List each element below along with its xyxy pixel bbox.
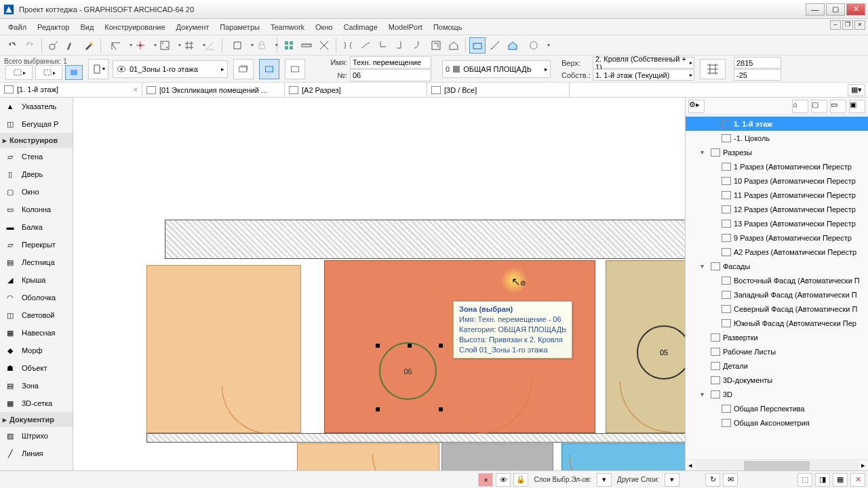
- link-stories-button[interactable]: [700, 59, 726, 79]
- status-btn-a[interactable]: ⬚: [797, 473, 812, 487]
- menu-file[interactable]: Файл: [3, 21, 32, 33]
- tool-roof[interactable]: ◢Крыша: [0, 271, 73, 289]
- mdi-close[interactable]: ×: [854, 20, 865, 30]
- nav-layout-button[interactable]: ▭: [830, 100, 846, 113]
- nav-node[interactable]: 12 Разрез (Автоматически Перестр: [686, 202, 868, 216]
- pickup-button[interactable]: [45, 37, 62, 54]
- tab-close-button[interactable]: ×: [134, 85, 138, 94]
- nav-node[interactable]: -1. Цоколь: [686, 131, 868, 145]
- tool-marquee[interactable]: ◫Бегущая Р: [0, 115, 73, 133]
- trim-button[interactable]: [316, 37, 332, 54]
- dim-bottom-input[interactable]: [734, 69, 781, 81]
- redo-button[interactable]: [22, 37, 38, 54]
- nav-node[interactable]: Детали: [686, 359, 868, 373]
- nav-node[interactable]: Восточный Фасад (Автоматически П: [686, 273, 868, 287]
- tool-curtain[interactable]: ▦Навесная: [0, 324, 73, 342]
- nav-project-map-button[interactable]: ⌂: [792, 100, 808, 113]
- nav-node[interactable]: Общая Аксонометрия: [686, 415, 868, 430]
- toolbox-cat-document[interactable]: ▸Документир: [0, 412, 73, 427]
- menu-document[interactable]: Документ: [171, 21, 215, 33]
- tool-mesh[interactable]: ▦3D-сетка: [0, 394, 73, 412]
- maximize-button[interactable]: ▢: [826, 3, 845, 16]
- undo-button[interactable]: [4, 37, 20, 54]
- show-hide-button[interactable]: [281, 37, 297, 54]
- tool-shell[interactable]: ◠Оболочка: [0, 289, 73, 306]
- menu-construction[interactable]: Конструирование: [99, 21, 170, 33]
- menu-view[interactable]: Вид: [75, 21, 99, 33]
- nav-publisher-button[interactable]: ▣: [849, 100, 865, 113]
- mdi-restore[interactable]: ❐: [842, 20, 853, 30]
- category-combo[interactable]: 0 ОБЩАЯ ПЛОЩАДЬ ▸: [442, 60, 551, 78]
- wall-element[interactable]: [165, 220, 685, 259]
- edit-plane-button[interactable]: [469, 37, 486, 54]
- minimize-button[interactable]: —: [806, 3, 825, 16]
- element-info-button[interactable]: [505, 37, 521, 54]
- menu-modelport[interactable]: ModelPort: [383, 21, 428, 33]
- measure-button[interactable]: [487, 37, 503, 54]
- home-button[interactable]: [446, 37, 462, 54]
- status-btn-b[interactable]: ◨: [815, 473, 830, 487]
- menu-parameters[interactable]: Параметры: [214, 21, 265, 33]
- snap-button[interactable]: ▾: [129, 37, 152, 54]
- 3d-button[interactable]: ▾: [522, 37, 545, 54]
- name-input[interactable]: [350, 56, 431, 68]
- nav-node[interactable]: 11 Разрез (Автоматически Перестр: [686, 188, 868, 202]
- tool-beam[interactable]: ▬Балка: [0, 218, 73, 236]
- status-layer-sel-btn[interactable]: ▾: [597, 473, 612, 487]
- tab-section[interactable]: [A2 Разрез]: [285, 83, 427, 97]
- zone-07[interactable]: 07: [561, 443, 685, 470]
- menu-editor[interactable]: Редактор: [32, 21, 75, 33]
- navigator-tree[interactable]: 1. 1-й этаж-1. Цоколь▾Разрезы1 Разрез (А…: [686, 115, 868, 460]
- tab-overview-button[interactable]: ▦▾: [848, 84, 865, 96]
- selection-mode-3[interactable]: [65, 65, 83, 80]
- status-messages-button[interactable]: ✉: [723, 473, 738, 487]
- nav-view-map-button[interactable]: ▢: [811, 100, 827, 113]
- tool-pointer[interactable]: ▲Указатель: [0, 98, 73, 115]
- toolbox-cat-construction[interactable]: ▸Конструиров: [0, 133, 73, 148]
- nav-node[interactable]: Рабочие Листы: [686, 344, 868, 359]
- geometry-mode-2[interactable]: [259, 59, 279, 79]
- selection-mode-1[interactable]: ▸: [5, 65, 33, 80]
- menu-help[interactable]: Помощь: [428, 21, 468, 33]
- drawing-canvas[interactable]: 06 05 07 ↖⊘: [73, 98, 685, 470]
- guides-button[interactable]: ▾: [104, 37, 127, 54]
- dim-top-input[interactable]: [734, 57, 781, 68]
- nav-node[interactable]: ▾Разрезы: [686, 145, 868, 159]
- number-input[interactable]: [350, 69, 431, 81]
- nav-node[interactable]: 9 Разрез (Автоматически Перестр: [686, 230, 868, 245]
- tool-door[interactable]: ▯Дверь: [0, 165, 73, 183]
- nav-node[interactable]: Северный Фасад (Автоматически П: [686, 302, 868, 316]
- resize-button[interactable]: [428, 37, 444, 54]
- magic-wand-button[interactable]: [81, 37, 97, 54]
- nav-node[interactable]: 3D-документы: [686, 373, 868, 387]
- nav-node[interactable]: 1. 1-й этаж: [686, 117, 868, 131]
- home-combo[interactable]: 1. 1-й этаж (Текущий)▸: [593, 69, 694, 81]
- status-btn-c[interactable]: ▦: [833, 473, 848, 487]
- tab-3d[interactable]: [3D / Все]: [427, 83, 570, 97]
- nav-node[interactable]: Южный Фасад (Автоматически Пер: [686, 316, 868, 330]
- tool-line[interactable]: ╱Линия: [0, 445, 73, 462]
- tool-slab[interactable]: ▱Перекрыт: [0, 236, 73, 253]
- zone-element[interactable]: [441, 443, 553, 470]
- tab-schedule[interactable]: [01 Экспликация помещений ...: [142, 83, 285, 97]
- tool-zone[interactable]: ▤Зона: [0, 377, 73, 394]
- nav-node[interactable]: ▾3D: [686, 387, 868, 401]
- lock-button[interactable]: ▾: [250, 37, 273, 54]
- status-close-button[interactable]: ✕: [850, 473, 865, 487]
- tool-wall[interactable]: ▱Стена: [0, 148, 73, 165]
- tool-morph[interactable]: ◆Морф: [0, 342, 73, 359]
- tool-column[interactable]: ▭Колонна: [0, 201, 73, 218]
- chamfer-button[interactable]: [410, 37, 427, 54]
- selection-mode-2[interactable]: ▸: [35, 65, 62, 80]
- ruler-button[interactable]: [298, 37, 315, 54]
- tool-hatch[interactable]: ▨Штрихо: [0, 427, 73, 445]
- tool-object[interactable]: ☗Объект: [0, 359, 73, 377]
- geometry-mode-3[interactable]: [285, 59, 305, 79]
- snap-points-button[interactable]: ▾: [153, 37, 176, 54]
- nav-node[interactable]: Общая Перспектива: [686, 401, 868, 415]
- mdi-minimize[interactable]: –: [830, 20, 841, 30]
- top-combo[interactable]: 2. Кровля (Собственный + 1)▸: [593, 57, 694, 68]
- tab-floor-1[interactable]: [1. 1-й этаж] ×: [0, 83, 142, 97]
- geometry-mode-1[interactable]: [233, 59, 254, 79]
- tool-stair[interactable]: ▤Лестница: [0, 253, 73, 271]
